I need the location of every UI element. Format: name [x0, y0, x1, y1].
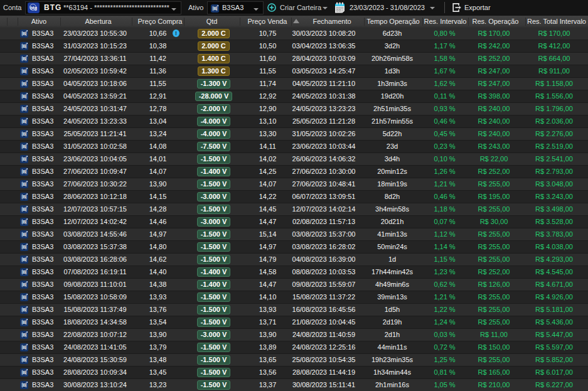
svg-text:B: B: [23, 219, 26, 225]
svg-text:B: B: [23, 31, 26, 36]
svg-text:B: B: [23, 332, 26, 338]
svg-text:B: B: [23, 307, 26, 313]
svg-text:B: B: [23, 282, 26, 287]
svg-text:B: B: [23, 294, 26, 300]
svg-text:B: B: [23, 106, 26, 112]
svg-text:B: B: [23, 370, 26, 375]
svg-text:B: B: [23, 357, 26, 363]
svg-text:B: B: [23, 194, 26, 200]
svg-text:B: B: [23, 81, 26, 87]
svg-text:B: B: [23, 144, 26, 149]
svg-text:B: B: [23, 169, 26, 174]
svg-text:B: B: [23, 269, 26, 275]
svg-text:B: B: [23, 319, 26, 325]
svg-text:B: B: [213, 6, 216, 11]
svg-text:B: B: [23, 56, 26, 62]
svg-text:B: B: [23, 345, 26, 350]
svg-text:B: B: [23, 181, 26, 187]
svg-text:B: B: [23, 232, 26, 237]
svg-text:B: B: [23, 94, 26, 99]
svg-text:B: B: [23, 156, 26, 162]
svg-text:B: B: [23, 119, 26, 124]
svg-text:B: B: [23, 244, 26, 250]
svg-text:B: B: [23, 43, 26, 49]
svg-text:B: B: [23, 131, 26, 137]
svg-text:B: B: [23, 68, 26, 74]
svg-text:B: B: [23, 382, 26, 388]
svg-text:B: B: [23, 257, 26, 262]
svg-text:B: B: [23, 206, 26, 212]
